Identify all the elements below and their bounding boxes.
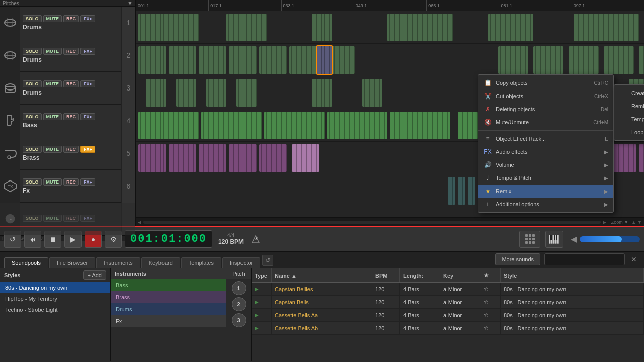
table-header-key[interactable]: Key (440, 268, 480, 282)
clip-5-7[interactable] (639, 144, 644, 172)
context-menu-item-1[interactable]: ✂️ Cut objects Ctrl+X (478, 89, 613, 103)
clip-3-1[interactable] (176, 79, 196, 107)
context-menu-item-0[interactable]: 📋 Copy objects Ctrl+C (478, 76, 613, 89)
table-header-style[interactable]: Style (501, 268, 644, 282)
sound-star-0[interactable]: ☆ (480, 283, 501, 295)
mute-btn-extra[interactable]: MUTE (43, 215, 62, 222)
context-menu-item-9[interactable]: + Additional options ▶ (478, 198, 613, 211)
solo-btn-5[interactable]: SOLO (23, 146, 42, 153)
rec-btn-1[interactable]: REC (63, 15, 79, 22)
fx-btn-2[interactable]: FX▸ (80, 48, 95, 55)
h-scrollbar[interactable] (143, 221, 601, 224)
instrument-item-bass[interactable]: Bass (111, 279, 226, 291)
solo-btn-1[interactable]: SOLO (23, 15, 42, 22)
mute-btn-5[interactable]: MUTE (43, 146, 62, 153)
refresh-tab-icon[interactable]: ↺ (262, 255, 273, 266)
rec-btn-2[interactable]: REC (63, 48, 79, 55)
tab-soundpools[interactable]: Soundpools (4, 257, 48, 268)
context-menu-item-8[interactable]: ★ Remix ▶ (478, 185, 613, 198)
mute-btn-6[interactable]: MUTE (43, 178, 62, 186)
submenu-item-0[interactable]: Create remix objects... Ctrl+J (614, 86, 644, 100)
add-style-button[interactable]: + Add (83, 270, 106, 280)
rec-btn-extra[interactable]: REC (63, 215, 79, 222)
sound-star-3[interactable]: ☆ (480, 322, 501, 334)
fx-btn-4[interactable]: FX▸ (80, 113, 95, 120)
table-header-length[interactable]: Length: (400, 268, 440, 282)
clip-4-5[interactable] (458, 112, 478, 139)
zoom-label[interactable]: Zoom ▼ (611, 220, 628, 225)
instrument-item-drums[interactable]: Drums (111, 303, 226, 315)
style-item-1[interactable]: HipHop - My Territory (0, 293, 110, 304)
scroll-up-arrow[interactable]: ▲ (631, 220, 636, 225)
close-bottom-icon[interactable]: ✕ (628, 253, 640, 265)
pitch-item-3[interactable]: 3 (232, 313, 246, 327)
pad-view-button[interactable] (519, 231, 540, 248)
play-icon-0[interactable]: ▶ (255, 286, 259, 292)
table-header-[interactable]: ★ (480, 268, 501, 282)
mute-btn-2[interactable]: MUTE (43, 48, 62, 55)
context-menu-item-5[interactable]: FX Audio effects ▶ (478, 145, 613, 158)
clip-1-5[interactable] (574, 14, 639, 41)
sound-row-1[interactable]: ▶ Capstan Bells 120 4 Bars a-Minor ☆ 80s… (252, 296, 644, 309)
clip-2-10[interactable] (569, 46, 599, 74)
clip-2-8[interactable] (498, 46, 528, 74)
context-menu-item-7[interactable]: ♩ Tempo & Pitch ▶ (478, 171, 613, 185)
tab-templates[interactable]: Templates (181, 257, 221, 268)
metronome-button[interactable] (249, 232, 263, 246)
piano-view-button[interactable] (545, 231, 564, 248)
clip-5-5[interactable] (292, 144, 319, 172)
clip-4-0[interactable] (138, 112, 199, 139)
clip-2-3[interactable] (229, 46, 257, 74)
sound-star-2[interactable]: ☆ (480, 309, 501, 321)
sound-row-2[interactable]: ▶ Cassette Bells Aa 120 4 Bars a-Minor ☆… (252, 309, 644, 322)
context-menu-item-3[interactable]: 🔇 Mute/Unmute Ctrl+M (478, 116, 613, 129)
clip-5-1[interactable] (169, 144, 196, 172)
clip-2-9[interactable] (533, 46, 564, 74)
content-row-1[interactable] (136, 11, 644, 44)
fx-btn-1[interactable]: FX▸ (80, 15, 95, 22)
sound-row-3[interactable]: ▶ Cassette Bells Ab 120 4 Bars a-Minor ☆… (252, 322, 644, 335)
clip-5-0[interactable] (138, 144, 166, 172)
mute-btn-1[interactable]: MUTE (43, 15, 62, 22)
content-row-2[interactable] (136, 44, 644, 76)
rec-btn-3[interactable]: REC (63, 80, 79, 87)
fx-btn-6[interactable]: FX▸ (80, 178, 95, 186)
table-header-name[interactable]: Name ▲ (272, 268, 372, 282)
solo-btn-3[interactable]: SOLO (23, 80, 42, 87)
clip-2-1[interactable] (169, 46, 196, 74)
clip-4-2[interactable] (264, 112, 325, 139)
clip-3-5[interactable] (362, 79, 382, 107)
volume-prev-button[interactable]: ◀ (571, 234, 577, 244)
clip-5-2[interactable] (199, 144, 226, 172)
solo-btn-extra[interactable]: SOLO (23, 215, 42, 222)
submenu-item-3[interactable]: Loop Finder... L (614, 126, 644, 139)
clip-4-4[interactable] (390, 112, 450, 139)
tab-inspector[interactable]: Inspector (222, 257, 260, 268)
table-header-bpm[interactable]: BPM (372, 268, 400, 282)
more-sounds-button[interactable]: More sounds (495, 253, 540, 265)
clip-4-3[interactable] (327, 112, 387, 139)
clip-2-4[interactable] (259, 46, 287, 74)
play-icon-3[interactable]: ▶ (255, 325, 259, 331)
instrument-item-fx[interactable]: Fx (111, 315, 226, 327)
clip-5-4[interactable] (259, 144, 287, 172)
tab-instruments[interactable]: Instruments (96, 257, 140, 268)
rec-btn-4[interactable]: REC (63, 113, 79, 120)
context-menu-item-2[interactable]: ✗ Deleting objects Del (478, 103, 613, 116)
clip-1-3[interactable] (387, 14, 453, 41)
play-icon-1[interactable]: ▶ (255, 299, 259, 305)
clip-1-0[interactable] (138, 14, 199, 41)
style-item-2[interactable]: Techno - Strobe Light (0, 304, 110, 315)
pitch-item-2[interactable]: 2 (232, 297, 246, 311)
rec-btn-6[interactable]: REC (63, 178, 79, 186)
scroll-down-arrow[interactable]: ▼ (637, 220, 642, 225)
tab-file-browser[interactable]: File Browser (49, 257, 95, 268)
style-item-0[interactable]: 80s - Dancing on my own (0, 282, 110, 293)
volume-slider[interactable] (580, 236, 640, 242)
fx-btn-5[interactable]: FX▸ (80, 146, 95, 153)
table-header-type[interactable]: Type (252, 268, 272, 282)
clip-2-0[interactable] (138, 46, 166, 74)
clip-2-12[interactable] (639, 46, 644, 74)
context-menu-item-6[interactable]: 🔊 Volume ▶ (478, 158, 613, 171)
tab-keyboard[interactable]: Keyboard (141, 257, 180, 268)
